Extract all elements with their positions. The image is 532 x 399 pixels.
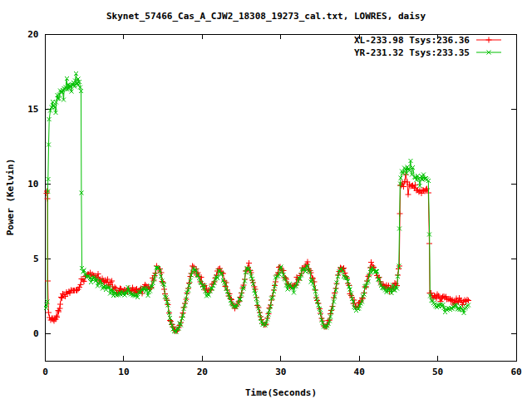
legend-entry-xl: XL-233.98 Tsys:236.36 [220, 35, 470, 46]
y-tick-label: 0 [33, 328, 39, 339]
legend-entry-yr: YR-231.32 Tsys:233.35 [220, 47, 470, 58]
x-tick-label: 40 [354, 367, 365, 377]
x-tick-label: 30 [275, 367, 286, 377]
x-tick-label: 10 [118, 367, 129, 377]
legend-plus-marker-icon [486, 37, 492, 43]
x-tick-label: 50 [432, 367, 443, 377]
y-tick-label: 5 [33, 254, 39, 264]
gnuplot-window: 010203040506005101520 Skynet_57466_Cas_A… [0, 0, 532, 399]
y-tick-label: 20 [27, 29, 38, 40]
x-tick-label: 60 [510, 367, 521, 377]
series-markers-yr [44, 71, 470, 334]
chart-title: Skynet_57466_Cas_A_CJW2_18308_19273_cal.… [0, 11, 532, 22]
x-tick-label: 0 [42, 367, 48, 377]
y-axis-title: Power (Kelvin) [5, 114, 16, 280]
x-tick-label: 20 [197, 367, 208, 377]
plot-canvas: 010203040506005101520 [0, 0, 532, 399]
y-tick-label: 15 [27, 104, 38, 115]
x-axis-title: Time(Seconds) [46, 387, 516, 398]
y-tick-label: 10 [27, 179, 38, 190]
